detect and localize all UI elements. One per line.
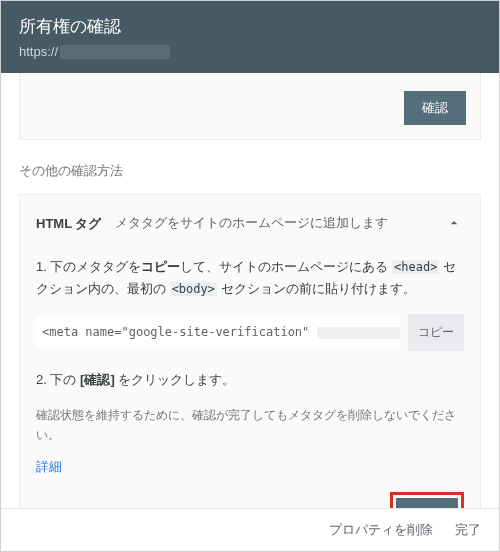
copy-button[interactable]: コピー bbox=[408, 314, 464, 351]
site-url: https:// bbox=[19, 44, 481, 59]
remove-property-link[interactable]: プロパティを削除 bbox=[329, 522, 433, 537]
meta-masked bbox=[317, 327, 400, 339]
chevron-up-icon bbox=[446, 215, 462, 231]
done-link[interactable]: 完了 bbox=[455, 522, 481, 537]
step-2: 2. 下の [確認] をクリックします。 bbox=[36, 369, 464, 391]
retention-note: 確認状態を維持するために、確認が完了してもメタタグを削除しないでください。 bbox=[36, 405, 464, 446]
url-prefix: https:// bbox=[19, 44, 58, 59]
meta-tag-text[interactable]: <meta name="google-site-verification" bbox=[36, 317, 400, 347]
modal-body[interactable]: 確認 その他の確認方法 HTML タグ メタタグをサイトのホームページに追加しま… bbox=[1, 73, 499, 508]
details-link[interactable]: 詳細 bbox=[36, 458, 62, 476]
body-tag-code: <body> bbox=[170, 282, 217, 296]
primary-method-card: 確認 bbox=[19, 73, 481, 140]
ownership-verification-modal: 所有権の確認 https:// 確認 その他の確認方法 HTML タグ メタタグ… bbox=[0, 0, 500, 552]
collapse-toggle[interactable] bbox=[444, 213, 464, 233]
step-1: 1. 下のメタタグをコピーして、サイトのホームページにある <head> セクシ… bbox=[36, 256, 464, 300]
other-methods-heading: その他の確認方法 bbox=[19, 162, 481, 180]
modal-title: 所有権の確認 bbox=[19, 15, 481, 38]
head-tag-code: <head> bbox=[392, 260, 439, 274]
url-masked bbox=[60, 45, 170, 59]
meta-tag-row: <meta name="google-site-verification" コピ… bbox=[36, 314, 464, 351]
method-description: メタタグをサイトのホームページに追加します bbox=[115, 213, 430, 234]
modal-footer: プロパティを削除 完了 bbox=[1, 508, 499, 551]
html-tag-method-card: HTML タグ メタタグをサイトのホームページに追加します 1. 下のメタタグを… bbox=[19, 194, 481, 508]
method-header-row: HTML タグ メタタグをサイトのホームページに追加します bbox=[36, 213, 464, 234]
method-name: HTML タグ bbox=[36, 213, 101, 233]
confirm-highlight: 確認 bbox=[390, 492, 464, 508]
modal-header: 所有権の確認 https:// bbox=[1, 1, 499, 73]
confirm-button[interactable]: 確認 bbox=[396, 498, 458, 508]
method-actions: 確認 bbox=[36, 492, 464, 508]
confirm-button-primary[interactable]: 確認 bbox=[404, 91, 466, 125]
